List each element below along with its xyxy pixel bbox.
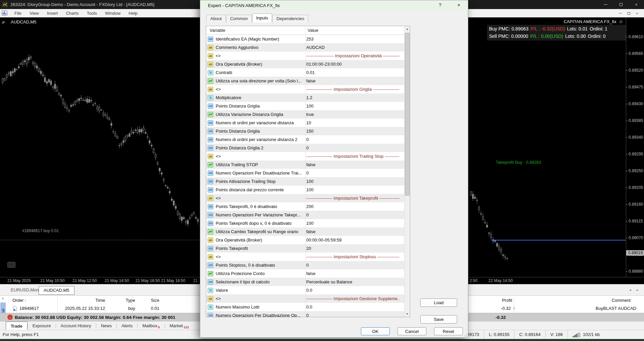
param-value[interactable]: false: [304, 229, 399, 234]
tab-scroll-left-icon[interactable]: ◂: [629, 288, 631, 292]
menu-view[interactable]: View: [25, 11, 43, 16]
scroll-up-icon[interactable]: ▲: [405, 26, 410, 32]
input-row[interactable]: 123Numero Operazioni Per Disattivazione …: [206, 169, 410, 177]
input-row[interactable]: abOra Operatività (Broker)01:00:00-23:00…: [206, 60, 410, 68]
chart-window-icon[interactable]: [2, 10, 7, 16]
param-value[interactable]: 00:00:00-05:59:59: [304, 237, 399, 243]
input-row[interactable]: Utilizza Cambio Takeprofit su Range orar…: [206, 227, 410, 236]
param-value[interactable]: 100: [304, 179, 399, 184]
input-row[interactable]: ab<>------------------ Impostazioni Grig…: [206, 85, 410, 93]
child-minimize-icon[interactable]: [616, 10, 625, 17]
minimize-icon[interactable]: [598, 0, 613, 9]
tab-common[interactable]: Common: [226, 15, 252, 22]
tab-dependencies[interactable]: Dependencies: [272, 15, 308, 22]
terminal-close-icon[interactable]: ×: [2, 296, 4, 300]
input-row[interactable]: 123Points Distanza Griglia150: [206, 127, 410, 135]
input-row[interactable]: 123Numero Operazioni Per Disattivazione …: [206, 311, 410, 317]
one-click-trading-box[interactable]: [7, 262, 15, 268]
buy-price-line[interactable]: [493, 240, 626, 241]
resize-grip[interactable]: [463, 332, 467, 336]
input-row[interactable]: 123Points Takeprofit, 0 è disattivato200: [206, 202, 410, 211]
scrollbar-thumb[interactable]: [405, 33, 410, 196]
dialog-title-bar[interactable]: Expert - CAPITAN AMERICA FX_fix ? ×: [200, 0, 468, 11]
input-row[interactable]: 123Numero di ordini per variazione dista…: [206, 135, 410, 144]
input-row[interactable]: Utilizza Trailing STOPfalse: [206, 160, 410, 169]
input-row[interactable]: ½Valore0.0: [206, 286, 410, 294]
param-value[interactable]: 200: [304, 204, 399, 209]
scroll-down-icon[interactable]: ▼: [405, 311, 410, 317]
tab-about[interactable]: About: [206, 15, 226, 22]
column-order[interactable]: Order /: [12, 296, 26, 304]
param-value[interactable]: 100: [304, 104, 399, 109]
param-value[interactable]: false: [304, 162, 399, 167]
param-value[interactable]: 253: [304, 37, 399, 42]
dialog-close-icon[interactable]: ×: [452, 2, 465, 8]
param-value[interactable]: ------------------ Impostazioni Griglia …: [304, 87, 399, 92]
param-value[interactable]: 150: [304, 129, 399, 134]
tab-scroll-right-icon[interactable]: ▸: [637, 288, 639, 292]
param-value[interactable]: AUDCAD: [304, 45, 399, 50]
dialog-help-icon[interactable]: ?: [435, 2, 445, 8]
input-row[interactable]: 123Points Stoploss, 0 è disattivato0: [206, 261, 410, 269]
input-row[interactable]: ab<>------------------ Impostazioni Stop…: [206, 253, 410, 261]
param-value[interactable]: 0: [304, 170, 399, 176]
param-value[interactable]: 20: [304, 246, 399, 251]
ok-button[interactable]: OK: [361, 327, 390, 335]
param-value[interactable]: false: [304, 271, 399, 276]
param-value[interactable]: ------------------ Impostazioni Takeprof…: [304, 196, 399, 201]
input-row[interactable]: 123Identificativo EA (Magic Number)253: [206, 35, 410, 43]
menu-file[interactable]: File: [10, 11, 25, 16]
terminal-tab-alerts[interactable]: Alerts: [117, 322, 137, 331]
input-row[interactable]: ½Numero Massimo Lotti0.0: [206, 303, 410, 311]
column-profit[interactable]: Profit: [479, 296, 512, 304]
input-row[interactable]: 123Selezionare il tipo di calcoloPercent…: [206, 278, 410, 286]
input-row[interactable]: Utilizza Variazione Distanza Grigliatrue: [206, 110, 410, 119]
close-icon[interactable]: ×: [629, 0, 644, 9]
param-value[interactable]: 1.2: [304, 95, 399, 100]
param-value[interactable]: 10: [304, 120, 399, 125]
chart-collapse-arrow-icon[interactable]: [2, 21, 5, 24]
input-row[interactable]: 123Points Takeprofit20: [206, 244, 410, 253]
param-value[interactable]: 0: [304, 313, 399, 317]
menu-insert[interactable]: Insert: [43, 11, 62, 16]
param-value[interactable]: true: [304, 112, 399, 117]
param-value[interactable]: ------------------- Impostazioni Operati…: [304, 53, 399, 58]
input-row[interactable]: ab<>------------------ Impostazioni Gest…: [206, 294, 410, 303]
input-row[interactable]: abCommento AggiuntivoAUDCAD: [206, 43, 410, 52]
param-value[interactable]: 01:00:00-23:00:00: [304, 62, 399, 67]
input-row[interactable]: ab<>------------------- Impostazioni Ope…: [206, 52, 410, 60]
close-order-icon[interactable]: ×: [513, 304, 515, 313]
param-value[interactable]: 0: [304, 137, 399, 142]
input-row[interactable]: 123Points Distanza Griglia 20: [206, 144, 410, 152]
header-value[interactable]: Value: [305, 28, 318, 33]
menu-tools[interactable]: Tools: [83, 11, 101, 16]
param-value[interactable]: 100: [304, 187, 399, 192]
input-row[interactable]: ab<>------------------ Impostazioni Trai…: [206, 152, 410, 160]
open-position-line[interactable]: [0, 240, 201, 240]
terminal-tab-exposure[interactable]: Exposure: [28, 322, 56, 331]
menu-help[interactable]: Help: [124, 11, 142, 16]
param-value[interactable]: ------------------ Impostazioni Trailing…: [304, 154, 399, 159]
param-value[interactable]: ------------------ Impostazioni Stoploss…: [304, 254, 399, 259]
param-value[interactable]: false: [304, 78, 399, 83]
child-close-icon[interactable]: ×: [633, 10, 641, 17]
param-value[interactable]: 0.01: [304, 70, 399, 75]
input-row[interactable]: 123Numero Operazioni Per Variazione Take…: [206, 211, 410, 219]
load-button[interactable]: Load: [420, 298, 457, 307]
reset-button[interactable]: Reset: [434, 327, 463, 335]
input-row[interactable]: ½Contratti0.01: [206, 68, 410, 77]
input-row[interactable]: 123Points Distanza Griglia100: [206, 102, 410, 110]
cancel-button[interactable]: Cancel: [397, 327, 426, 335]
param-value[interactable]: 0: [304, 212, 399, 217]
param-value[interactable]: 100: [304, 221, 399, 226]
menu-window[interactable]: Window: [101, 11, 124, 16]
child-restore-icon[interactable]: [625, 10, 633, 17]
param-value[interactable]: Percentuale su Balance: [304, 279, 399, 284]
input-row[interactable]: ½Moltiplicatore1.2: [206, 93, 410, 102]
input-row[interactable]: 123Points Attivazione Trailing Stop100: [206, 177, 410, 186]
column-comment[interactable]: Comment: [564, 296, 631, 304]
chart-tab-audcad[interactable]: AUDCAD,M5: [39, 286, 74, 295]
input-row[interactable]: 123Numero di ordini per variazione dista…: [206, 119, 410, 127]
param-value[interactable]: ------------------ Impostazioni Gestione…: [304, 296, 399, 301]
column-time[interactable]: Time: [58, 296, 105, 304]
